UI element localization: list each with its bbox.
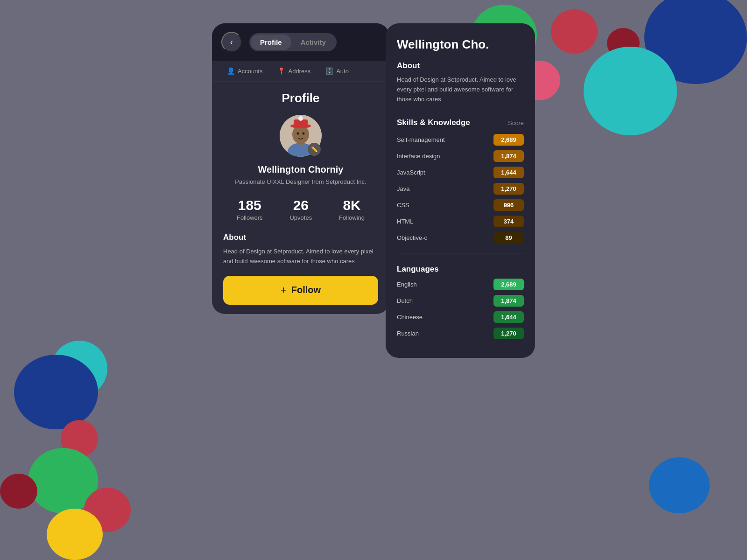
languages-title: Languages [397, 265, 524, 274]
svg-point-8 [303, 133, 305, 135]
follow-plus-icon: + [281, 284, 287, 296]
skill-name: Java [397, 185, 448, 192]
languages-list: English 2,689 Dutch 1,874 Chineese 1,644… [397, 279, 524, 339]
following-count: 8K [339, 197, 365, 213]
divider [397, 253, 524, 253]
profile-card: ‹ Profile Activity 👤 Accounts 📍 Address … [212, 23, 389, 314]
skill-row: HTML 374 [397, 216, 524, 227]
tab-activity[interactable]: Activity [291, 35, 335, 50]
skills-header: Skills & Knowledge Score [397, 118, 524, 127]
language-name: Dutch [397, 297, 448, 304]
skill-row: Self-management 2,689 [397, 134, 524, 146]
followers-label: Followers [237, 214, 263, 221]
stats-row: 185 Followers 26 Upvotes 8K Following [223, 197, 378, 222]
language-score: 1,874 [493, 295, 524, 307]
nav-tab-accounts[interactable]: 👤 Accounts [219, 61, 270, 81]
nav-tab-accounts-label: Accounts [238, 68, 262, 75]
upvotes-count: 26 [289, 197, 312, 213]
about-title: About [223, 233, 378, 242]
svg-point-7 [297, 133, 299, 135]
skill-score: 996 [493, 199, 524, 211]
auto-icon: 🗄️ [325, 67, 333, 75]
stat-followers: 185 Followers [237, 197, 263, 222]
avatar-container: ✏️ [223, 115, 378, 157]
nav-tab-auto[interactable]: 🗄️ Auto [318, 61, 356, 81]
skill-row: Interface design 1,874 [397, 150, 524, 162]
followers-count: 185 [237, 197, 263, 213]
language-bar: 2,689 [448, 279, 524, 290]
profile-title: Profile [223, 91, 378, 105]
language-name: Russian [397, 330, 448, 337]
stat-upvotes: 26 Upvotes [289, 197, 312, 222]
skill-bar: 2,689 [448, 134, 524, 146]
skill-name: Self-management [397, 136, 448, 143]
skill-row: Java 1,270 [397, 183, 524, 195]
language-row: Dutch 1,874 [397, 295, 524, 307]
tab-group: Profile Activity [249, 33, 337, 51]
follow-label: Follow [291, 285, 321, 295]
language-row: Russian 1,270 [397, 328, 524, 339]
skills-title: Skills & Knowledge [397, 118, 470, 127]
card-header: ‹ Profile Activity [212, 23, 389, 61]
following-label: Following [339, 214, 365, 221]
skill-bar: 996 [448, 199, 524, 211]
skill-bar: 1,874 [448, 150, 524, 162]
nav-tab-address-label: Address [288, 68, 310, 75]
skill-row: JavaScript 1,644 [397, 167, 524, 178]
detail-card: Wellington Cho. About Head of Design at … [386, 23, 535, 358]
skill-name: CSS [397, 202, 448, 209]
avatar-edit-button[interactable]: ✏️ [308, 143, 321, 156]
language-row: English 2,689 [397, 279, 524, 290]
language-name: English [397, 281, 448, 288]
card-body: Profile [212, 82, 389, 314]
skill-row: Objective-c 89 [397, 232, 524, 244]
stat-following: 8K Following [339, 197, 365, 222]
upvotes-label: Upvotes [289, 214, 312, 221]
skill-bar: 89 [448, 232, 524, 244]
skill-score: 374 [493, 216, 524, 227]
address-icon: 📍 [277, 67, 285, 75]
follow-button[interactable]: + Follow [223, 276, 378, 305]
language-row: Chineese 1,644 [397, 311, 524, 323]
skills-list: Self-management 2,689 Interface design 1… [397, 134, 524, 244]
svg-point-6 [298, 116, 303, 121]
avatar-wrapper: ✏️ [280, 115, 322, 157]
back-button[interactable]: ‹ [221, 32, 242, 52]
language-bar: 1,644 [448, 311, 524, 323]
language-bar: 1,270 [448, 328, 524, 339]
skill-score: 1,874 [493, 150, 524, 162]
skill-name: Interface design [397, 153, 448, 160]
main-content: ‹ Profile Activity 👤 Accounts 📍 Address … [0, 0, 747, 560]
language-score: 1,270 [493, 328, 524, 339]
languages-section: Languages English 2,689 Dutch 1,874 Chin… [397, 265, 524, 339]
nav-tab-auto-label: Auto [336, 68, 349, 75]
about-text: Head of Design at Setproduct. Aimed to l… [223, 247, 378, 266]
skill-score: 89 [493, 232, 524, 244]
language-score: 1,644 [493, 311, 524, 323]
score-label: Score [508, 119, 524, 126]
language-name: Chineese [397, 314, 448, 321]
skill-bar: 374 [448, 216, 524, 227]
skill-score: 1,644 [493, 167, 524, 178]
user-bio-text: Passionate UIXXL Designer from Setproduc… [235, 178, 366, 185]
nav-tabs: 👤 Accounts 📍 Address 🗄️ Auto [212, 61, 389, 82]
user-name: Wellington Chorniy [223, 164, 378, 175]
skill-name: Objective-c [397, 234, 448, 241]
detail-name: Wellington Cho. [397, 37, 524, 52]
tab-profile[interactable]: Profile [251, 35, 291, 50]
user-bio: Passionate UIXXL Designer from Setproduc… [223, 178, 378, 186]
nav-tab-address[interactable]: 📍 Address [270, 61, 318, 81]
skill-score: 1,270 [493, 183, 524, 195]
language-score: 2,689 [493, 279, 524, 290]
skill-name: HTML [397, 218, 448, 225]
accounts-icon: 👤 [227, 67, 235, 75]
about-section: About Head of Design at Setproduct. Aime… [223, 233, 378, 266]
language-bar: 1,874 [448, 295, 524, 307]
skill-bar: 1,270 [448, 183, 524, 195]
detail-about-text: Head of Design at Setproduct. Aimed to l… [397, 75, 524, 104]
skill-name: JavaScript [397, 169, 448, 176]
skill-score: 2,689 [493, 134, 524, 146]
skill-row: CSS 996 [397, 199, 524, 211]
skill-bar: 1,644 [448, 167, 524, 178]
detail-about-title: About [397, 61, 524, 70]
